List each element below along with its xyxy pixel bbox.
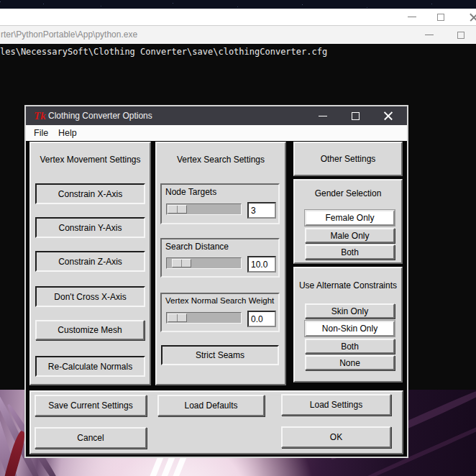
strict-seams-button[interactable]: Strict Seams [161, 345, 279, 365]
console-window-titlebar: rter\PythonPortable\App\python.exe [0, 25, 476, 44]
vertex-normal-weight-label: Vertex Normal Search Weight [165, 296, 274, 305]
slider-handle[interactable] [168, 313, 187, 322]
dialog-menubar: File Help [26, 125, 407, 141]
console-maximize-button[interactable] [453, 26, 469, 44]
constrain-x-axis-button[interactable]: Constrain X-Axis [35, 183, 145, 204]
slider-handle-line [181, 260, 182, 267]
background-window-titlebar [0, 9, 476, 25]
vertex-movement-header: Vertex Movement Settings [31, 155, 150, 165]
search-distance-label: Search Distance [165, 242, 229, 252]
gender-both-button[interactable]: Both [305, 244, 395, 260]
constrain-y-axis-button[interactable]: Constrain Y-Axis [35, 217, 145, 238]
dialog-title: Clothing Converter Options [48, 111, 152, 121]
dialog-titlebar[interactable]: Tk Clothing Converter Options [26, 106, 407, 125]
vertex-normal-weight-input[interactable] [247, 311, 276, 327]
console-output-line: les\NecessarySoft\Clothing Converter\sav… [0, 47, 327, 57]
slider-handle[interactable] [172, 259, 191, 267]
dialog-close-button[interactable] [379, 106, 398, 125]
minimize-icon [319, 116, 327, 116]
minimize-icon [408, 17, 416, 17]
tk-app-icon: Tk [34, 109, 46, 122]
load-settings-button[interactable]: Load Settings [281, 394, 391, 416]
alternate-constraints-header: Use Alternate Constraints [295, 280, 401, 290]
vertex-search-header: Vertex Search Settings [157, 155, 285, 165]
constraints-skin-only-button[interactable]: Skin Only [305, 303, 395, 319]
gender-female-only-button[interactable]: Female Only [305, 210, 395, 226]
ok-button[interactable]: OK [281, 426, 391, 448]
constraints-both-button[interactable]: Both [305, 339, 395, 354]
close-icon [383, 111, 393, 121]
bg-minimize-button[interactable] [404, 9, 420, 25]
vertex-movement-panel: Vertex Movement Settings Constrain X-Axi… [29, 142, 151, 385]
other-settings-panel: Other Settings [293, 142, 403, 176]
desktop-background [0, 0, 476, 9]
node-targets-slider[interactable] [166, 203, 242, 215]
screen: rter\PythonPortable\App\python.exe les\N… [0, 0, 476, 476]
vertex-normal-weight-group: Vertex Normal Search Weight [160, 293, 280, 332]
constraints-non-skin-only-button[interactable]: Non-Skin Only [305, 321, 395, 337]
bg-close-button[interactable] [466, 9, 476, 25]
constraints-none-button[interactable]: None [305, 355, 395, 370]
slider-handle-line [177, 314, 178, 321]
maximize-icon [437, 14, 444, 21]
search-distance-input[interactable] [247, 256, 276, 273]
vertex-search-panel: Vertex Search Settings Node Targets Sear… [155, 142, 286, 385]
gender-selection-panel: Gender Selection Female Only Male Only B… [293, 179, 403, 264]
menu-file[interactable]: File [32, 127, 50, 139]
gender-male-only-button[interactable]: Male Only [305, 228, 395, 243]
cancel-button[interactable]: Cancel [35, 427, 147, 449]
load-defaults-button[interactable]: Load Defaults [157, 395, 265, 416]
search-distance-group: Search Distance [160, 238, 280, 278]
footer-panel: Save Current Settings Load Defaults Load… [29, 390, 403, 454]
dialog-minimize-button[interactable] [313, 106, 332, 125]
star-speckles [0, 1, 1, 2]
menu-help[interactable]: Help [56, 127, 79, 139]
save-current-settings-button[interactable]: Save Current Settings [35, 395, 147, 416]
console-minimize-button[interactable] [421, 26, 437, 44]
slider-handle-line [177, 206, 178, 213]
vertex-normal-weight-slider[interactable] [166, 312, 242, 324]
recalculate-normals-button[interactable]: Re-Calculate Normals [35, 356, 145, 377]
maximize-icon [457, 32, 464, 39]
gender-selection-header: Gender Selection [295, 188, 401, 198]
console-window-title: rter\PythonPortable\App\python.exe [1, 29, 137, 40]
alternate-constraints-panel: Use Alternate Constraints Skin Only Non-… [293, 267, 403, 383]
other-settings-header: Other Settings [321, 154, 376, 164]
dont-cross-x-axis-button[interactable]: Don't Cross X-Axis [35, 286, 145, 307]
clothing-converter-options-dialog: Tk Clothing Converter Options File Help … [26, 106, 407, 457]
minimize-icon [425, 35, 434, 35]
bg-maximize-button[interactable] [433, 9, 449, 25]
customize-mesh-button[interactable]: Customize Mesh [35, 320, 145, 340]
close-icon [469, 12, 476, 22]
node-targets-label: Node Targets [165, 187, 216, 197]
node-targets-input[interactable] [247, 202, 276, 219]
constrain-z-axis-button[interactable]: Constrain Z-Axis [35, 251, 145, 272]
node-targets-group: Node Targets [160, 183, 280, 224]
slider-handle[interactable] [168, 205, 187, 214]
dialog-maximize-button[interactable] [346, 106, 365, 125]
maximize-icon [352, 112, 360, 120]
search-distance-slider[interactable] [166, 257, 242, 269]
